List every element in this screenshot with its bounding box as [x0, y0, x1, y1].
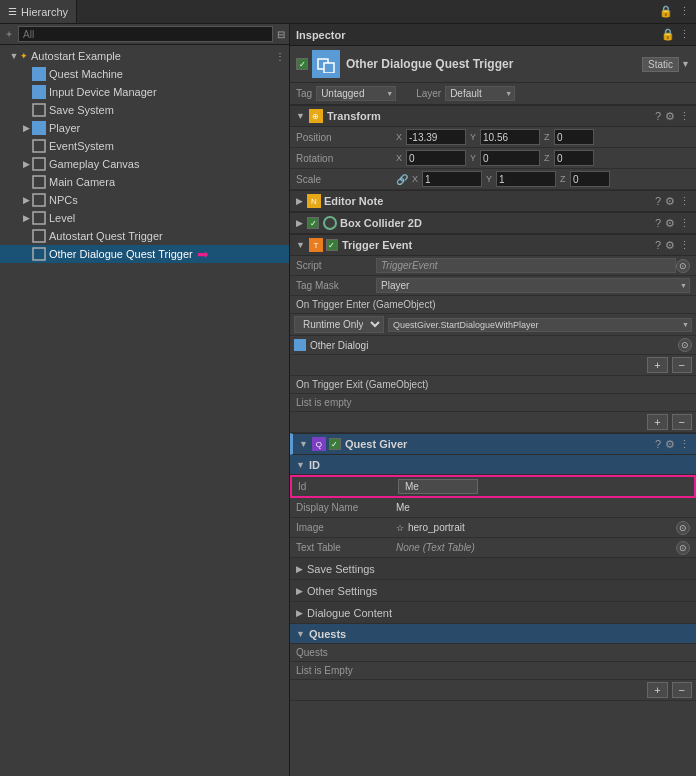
runtime-dropdown[interactable]: Runtime Only	[294, 316, 384, 333]
tree-item-main-camera[interactable]: Main Camera	[0, 173, 289, 191]
object-icon	[32, 103, 46, 117]
help-icon[interactable]: ?	[655, 438, 661, 451]
image-select-btn[interactable]: ⊙	[676, 521, 690, 535]
box-collider-title: Box Collider 2D	[340, 217, 655, 229]
quest-giver-section-header[interactable]: ▼ Q Quest Giver ? ⚙ ⋮	[290, 433, 696, 455]
settings-icon[interactable]: ⚙	[665, 195, 675, 208]
scale-x-input[interactable]	[422, 171, 482, 187]
trigger-event-icon: T	[309, 238, 323, 252]
tree-item-autostart-quest-trigger[interactable]: Autostart Quest Trigger	[0, 227, 289, 245]
more-icon[interactable]: ⋮	[679, 438, 690, 451]
help-icon[interactable]: ?	[655, 110, 661, 123]
inspector-more-icon[interactable]: ⋮	[679, 28, 690, 41]
trigger-exit-add-btn[interactable]: +	[647, 414, 667, 430]
x-label: X	[396, 132, 404, 142]
pos-x-item: X	[396, 129, 466, 145]
more-icon[interactable]: ⋮	[275, 51, 285, 62]
pos-x-input[interactable]	[406, 129, 466, 145]
tree-item-npcs[interactable]: ▶ NPCs	[0, 191, 289, 209]
rot-x-input[interactable]	[406, 150, 466, 166]
trigger-enter-remove-btn[interactable]: −	[672, 357, 692, 373]
trigger-event-title: Trigger Event	[342, 239, 655, 251]
trigger-event-checkbox[interactable]	[326, 239, 338, 251]
box-collider-checkbox[interactable]	[307, 217, 319, 229]
obj-ref-select-btn[interactable]: ⊙	[678, 338, 692, 352]
object-icon	[32, 193, 46, 207]
tree-item-quest-machine[interactable]: Quest Machine	[0, 65, 289, 83]
tree-item-level[interactable]: ▶ Level	[0, 209, 289, 227]
inspector-panel: Inspector 🔒 ⋮ Other Dialogue Quest Trigg…	[290, 24, 696, 776]
top-bar: ☰ Hierarchy 🔒 ⋮	[0, 0, 696, 24]
editor-note-section-header[interactable]: ▶ N Editor Note ? ⚙ ⋮	[290, 190, 696, 212]
help-icon[interactable]: ?	[655, 195, 661, 208]
static-badge[interactable]: Static	[642, 57, 679, 72]
tree-item-label: NPCs	[49, 194, 78, 206]
hierarchy-search-input[interactable]	[18, 26, 273, 42]
inspector-lock-icon[interactable]: 🔒	[661, 28, 675, 41]
script-select-btn[interactable]: ⊙	[676, 259, 690, 273]
filter-icon[interactable]: ⊟	[277, 29, 285, 40]
id-subsection-header[interactable]: ▼ ID	[290, 455, 696, 475]
tree-item-event-system[interactable]: EventSystem	[0, 137, 289, 155]
tree-item-player[interactable]: ▶ Player	[0, 119, 289, 137]
pos-z-item: Z	[544, 129, 594, 145]
quest-giver-checkbox[interactable]	[329, 438, 341, 450]
static-dropdown-arrow[interactable]: ▼	[681, 59, 690, 69]
active-checkbox[interactable]	[296, 58, 308, 70]
function-dropdown[interactable]: QuestGiver.StartDialogueWithPlayer	[388, 318, 692, 332]
tag-dropdown[interactable]: Untagged	[316, 86, 396, 101]
transform-section-header[interactable]: ▼ ⊕ Transform ? ⚙ ⋮	[290, 105, 696, 127]
trigger-enter-add-btn[interactable]: +	[647, 357, 667, 373]
settings-icon[interactable]: ⚙	[665, 110, 675, 123]
more-icon[interactable]: ⋮	[679, 195, 690, 208]
tree-item-save-system[interactable]: Save System	[0, 101, 289, 119]
quests-remove-btn[interactable]: −	[672, 682, 692, 698]
dialogue-content-row[interactable]: ▶ Dialogue Content	[290, 602, 696, 624]
settings-icon[interactable]: ⚙	[665, 239, 675, 252]
help-icon[interactable]: ?	[655, 239, 661, 252]
scale-z-input[interactable]	[570, 171, 610, 187]
tree-item-other-dialogue[interactable]: Other Dialogue Quest Trigger ➡	[0, 245, 289, 263]
lock-icon[interactable]: 🔒	[659, 5, 673, 18]
quests-add-btn[interactable]: +	[647, 682, 667, 698]
more-icon[interactable]: ⋮	[679, 239, 690, 252]
box-collider-section-header[interactable]: ▶ Box Collider 2D ? ⚙ ⋮	[290, 212, 696, 234]
tree-item-autostart[interactable]: ▼ ✦ Autostart Example ⋮	[0, 47, 289, 65]
layer-dropdown[interactable]: Default	[445, 86, 515, 101]
id-field-input[interactable]	[398, 479, 478, 494]
trigger-exit-remove-btn[interactable]: −	[672, 414, 692, 430]
transform-expand-arrow: ▼	[296, 111, 305, 121]
rot-x-item: X	[396, 150, 466, 166]
tree-item-gameplay-canvas[interactable]: ▶ Gameplay Canvas	[0, 155, 289, 173]
more-icon[interactable]: ⋮	[679, 217, 690, 230]
trigger-event-section-header[interactable]: ▼ T Trigger Event ? ⚙ ⋮	[290, 234, 696, 256]
text-table-select-btn[interactable]: ⊙	[676, 541, 690, 555]
other-settings-arrow: ▶	[296, 586, 303, 596]
scale-y-input[interactable]	[496, 171, 556, 187]
save-settings-row[interactable]: ▶ Save Settings	[290, 558, 696, 580]
other-settings-row[interactable]: ▶ Other Settings	[290, 580, 696, 602]
hierarchy-tab[interactable]: ☰ Hierarchy	[0, 0, 77, 23]
settings-icon[interactable]: ⚙	[665, 217, 675, 230]
pos-y-input[interactable]	[480, 129, 540, 145]
more-icon[interactable]: ⋮	[679, 110, 690, 123]
pos-z-input[interactable]	[554, 129, 594, 145]
plus-icon[interactable]: ＋	[4, 27, 14, 41]
trigger-exit-list-empty: List is empty	[290, 394, 696, 412]
tag-mask-dropdown[interactable]: Player	[376, 278, 690, 293]
save-settings-arrow: ▶	[296, 564, 303, 574]
quests-section-title: Quests	[309, 628, 346, 640]
rot-y-input[interactable]	[480, 150, 540, 166]
help-icon[interactable]: ?	[655, 217, 661, 230]
cube-icon	[32, 85, 46, 99]
rot-z-input[interactable]	[554, 150, 594, 166]
other-settings-title: Other Settings	[307, 585, 377, 597]
more-options-icon[interactable]: ⋮	[679, 5, 690, 18]
editor-note-icon: N	[307, 194, 321, 208]
tree-item-input-device-manager[interactable]: Input Device Manager	[0, 83, 289, 101]
trigger-exit-add-remove: + −	[290, 412, 696, 433]
rotation-values: X Y Z	[396, 150, 690, 166]
rotation-row: Rotation X Y Z	[290, 148, 696, 169]
settings-icon[interactable]: ⚙	[665, 438, 675, 451]
quests-section-header[interactable]: ▼ Quests	[290, 624, 696, 644]
